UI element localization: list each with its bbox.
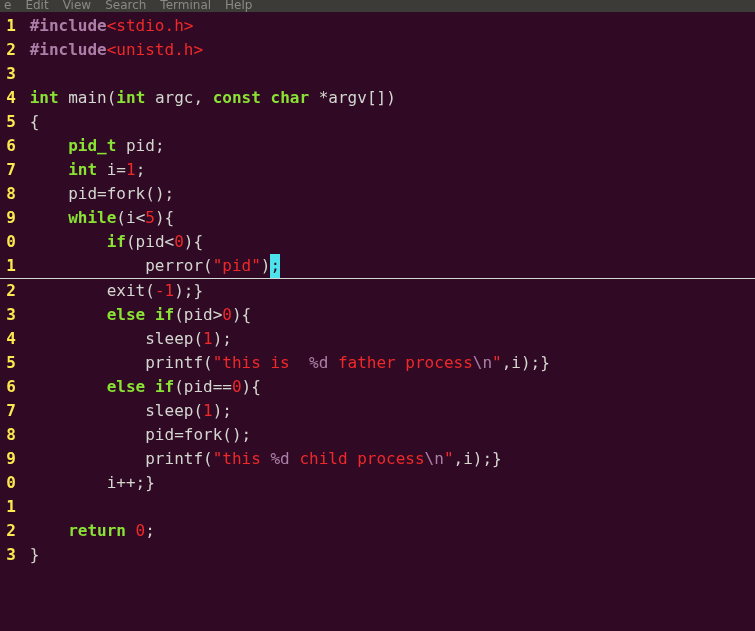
line-number: 5: [0, 110, 20, 134]
line-number: 8: [0, 182, 20, 206]
line-number: 4: [0, 86, 20, 110]
line-number: 1: [0, 254, 20, 278]
line-number: 2: [0, 38, 20, 62]
menu-edit[interactable]: Edit: [25, 0, 48, 10]
code-line: 0 if(pid<0){: [0, 230, 755, 254]
menubar: e Edit View Search Terminal Help: [0, 0, 755, 12]
line-number: 0: [0, 471, 20, 495]
menu-view[interactable]: View: [63, 0, 91, 10]
line-number: 9: [0, 206, 20, 230]
line-number: 1: [0, 14, 20, 38]
code-line: 8 pid=fork();: [0, 182, 755, 206]
code-editor[interactable]: 1 #include<stdio.h> 2 #include<unistd.h>…: [0, 12, 755, 567]
code-line: 0 i++;}: [0, 471, 755, 495]
line-number: 9: [0, 447, 20, 471]
line-number: 1: [0, 495, 20, 519]
line-number: 7: [0, 158, 20, 182]
line-number: 2: [0, 519, 20, 543]
code-line: 2 #include<unistd.h>: [0, 38, 755, 62]
menu-terminal[interactable]: Terminal: [160, 0, 211, 10]
code-line: 3: [0, 62, 755, 86]
line-number: 2: [0, 279, 20, 303]
code-line: 6 else if(pid==0){: [0, 375, 755, 399]
line-number: 3: [0, 62, 20, 86]
line-number: 6: [0, 375, 20, 399]
code-line: 4 sleep(1);: [0, 327, 755, 351]
code-line: 1: [0, 495, 755, 519]
line-number: 6: [0, 134, 20, 158]
code-line: 7 int i=1;: [0, 158, 755, 182]
code-line: 4 int main(int argc, const char *argv[]): [0, 86, 755, 110]
code-line: 5 {: [0, 110, 755, 134]
code-line: 7 sleep(1);: [0, 399, 755, 423]
code-line: 3 else if(pid>0){: [0, 303, 755, 327]
code-line: 8 pid=fork();: [0, 423, 755, 447]
line-number: 5: [0, 351, 20, 375]
code-line: 2 exit(-1);}: [0, 279, 755, 303]
code-line: 1 #include<stdio.h>: [0, 14, 755, 38]
code-line: 3 }: [0, 543, 755, 567]
line-number: 4: [0, 327, 20, 351]
line-number: 8: [0, 423, 20, 447]
code-line: 9 while(i<5){: [0, 206, 755, 230]
cursor: ;: [270, 254, 280, 278]
menu-help[interactable]: Help: [225, 0, 252, 10]
code-line: 9 printf("this %d child process\n",i);}: [0, 447, 755, 471]
code-line: 5 printf("this is %d father process\n",i…: [0, 351, 755, 375]
code-line: 2 return 0;: [0, 519, 755, 543]
menu-file[interactable]: e: [4, 0, 11, 10]
code-line: 6 pid_t pid;: [0, 134, 755, 158]
line-number: 7: [0, 399, 20, 423]
line-number: 0: [0, 230, 20, 254]
code-line-current: 1 perror("pid");: [0, 254, 755, 279]
line-number: 3: [0, 543, 20, 567]
menu-search[interactable]: Search: [105, 0, 146, 10]
line-number: 3: [0, 303, 20, 327]
